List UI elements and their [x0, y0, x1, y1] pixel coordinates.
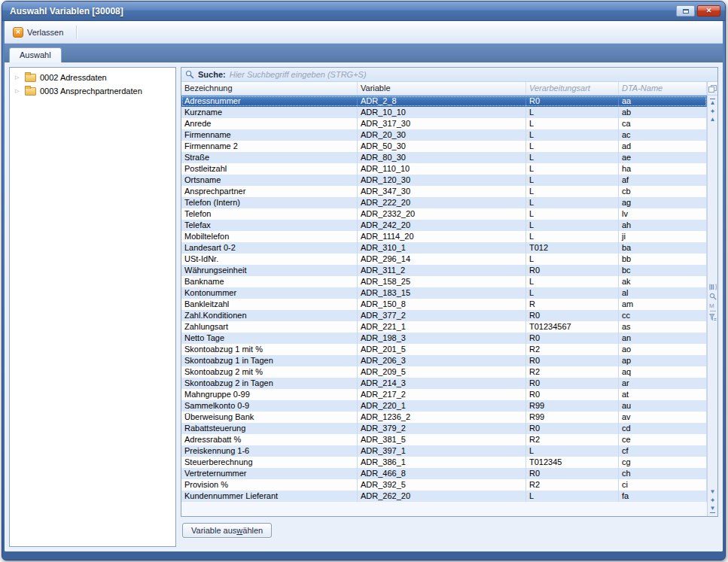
cell-dta-name: cf — [619, 445, 707, 457]
cell-bezeichnung: Ortsname — [181, 175, 358, 186]
table-row[interactable]: Ortsname ADR_120_30 L af — [181, 175, 707, 186]
cell-bezeichnung: Kundennummer Lieferant — [181, 491, 358, 502]
tree-item[interactable]: ▷ 0002 Adressdaten — [10, 71, 175, 84]
table-row[interactable]: Ansprechpartner ADR_347_30 L cb — [181, 186, 707, 197]
cell-dta-name: cb — [619, 186, 707, 197]
table-row[interactable]: Bankname ADR_158_25 L ak — [181, 276, 707, 287]
table-row[interactable]: Kontonummer ADR_183_15 L al — [181, 287, 707, 299]
table-row[interactable]: Postleitzahl ADR_110_10 L ha — [181, 163, 707, 175]
cell-dta-name: fa — [619, 491, 707, 502]
table-row[interactable]: Landesart 0-2 ADR_310_1 T012 ba — [181, 242, 707, 254]
cell-verarbeitungsart: L — [526, 175, 619, 186]
table-row[interactable]: Kundennummer Lieferant ADR_262_20 L fa — [181, 491, 707, 502]
cell-dta-name: aq — [619, 366, 707, 378]
scroll-marker-bottom-icon[interactable]: ✦ — [710, 497, 716, 503]
table-row[interactable]: USt-IdNr. ADR_296_14 L bb — [181, 254, 707, 265]
expander-icon[interactable]: ▷ — [15, 88, 21, 94]
table-row[interactable]: Straße ADR_80_30 L ae — [181, 152, 707, 163]
close-button[interactable]: ✕ — [697, 5, 720, 17]
scroll-down-icon[interactable]: ▼ — [710, 489, 716, 495]
folder-icon — [25, 87, 36, 96]
table-row[interactable]: Telefon ADR_2332_20 L lv — [181, 208, 707, 220]
table-row[interactable]: Adressnummer ADR_2_8 R0 aa — [181, 96, 707, 107]
folder-icon — [25, 74, 36, 82]
table-row[interactable]: Skontoabzug 1 mit % ADR_201_5 R2 ao — [181, 344, 707, 355]
table-row[interactable]: Skontoabzug 2 mit % ADR_209_5 R2 aq — [181, 366, 707, 378]
table-row[interactable]: Mobiltelefon ADR_1114_20 L ji — [181, 231, 707, 242]
cell-dta-name: ci — [619, 479, 707, 491]
table-row[interactable]: Telefax ADR_242_20 L ah — [181, 220, 707, 231]
cell-variable: ADR_50_30 — [358, 141, 526, 152]
table-row[interactable]: Firmenname 2 ADR_50_30 L ad — [181, 141, 707, 152]
column-header-verarbeitungsart[interactable]: Verarbeitungsart — [526, 82, 619, 95]
cell-bezeichnung: Netto Tage — [181, 333, 358, 344]
table-row[interactable]: Skontoabzug 1 in Tagen ADR_206_3 R0 ap — [181, 355, 707, 366]
scroll-marker-top-icon[interactable]: ✦ — [710, 108, 716, 114]
cell-bezeichnung: Adressrabatt % — [181, 434, 358, 445]
search-icon — [185, 70, 194, 79]
table-row[interactable]: Anrede ADR_317_30 L ca — [181, 118, 707, 129]
scroll-to-bottom-icon[interactable]: ▼ — [710, 506, 716, 513]
table-row[interactable]: Adressrabatt % ADR_381_5 R2 ce — [181, 434, 707, 445]
band-columns-icon[interactable] — [709, 284, 717, 290]
table-row[interactable]: Provision % ADR_392_5 R2 ci — [181, 479, 707, 491]
titlebar[interactable]: Auswahl Variablen [30008] ✕ — [2, 2, 725, 21]
table-row[interactable]: Bankleitzahl ADR_150_8 R am — [181, 299, 707, 310]
table-row[interactable]: Kurzname ADR_10_10 L ab — [181, 107, 707, 118]
table-row[interactable]: Steuerberechnung ADR_386_1 T012345 cg — [181, 457, 707, 468]
scroll-to-top-icon[interactable]: ▲ — [710, 99, 716, 106]
cell-variable: ADR_214_3 — [358, 378, 526, 389]
marker-icon[interactable]: M — [709, 302, 717, 308]
strip-divider — [710, 311, 716, 311]
zoom-icon[interactable] — [709, 293, 717, 300]
category-tree: ▷ 0002 Adressdaten ▷ 0003 Ansprechpartne… — [9, 67, 176, 547]
table-row[interactable]: Mahngruppe 0-99 ADR_217_2 R0 at — [181, 389, 707, 400]
column-header-bezeichnung[interactable]: Bezeichnung — [181, 82, 358, 95]
table-row[interactable]: Zahl.Konditionen ADR_377_2 R0 cc — [181, 310, 707, 321]
cell-bezeichnung: Sammelkonto 0-9 — [181, 400, 358, 412]
table-row[interactable]: Währungseinheit ADR_311_2 R0 bc — [181, 265, 707, 276]
cell-variable: ADR_20_30 — [358, 129, 526, 141]
table-row[interactable]: Rabattsteuerung ADR_379_2 R0 cd — [181, 423, 707, 434]
table-row[interactable]: Netto Tage ADR_198_3 R0 an — [181, 333, 707, 344]
column-header-dta-name[interactable]: DTA-Name — [619, 82, 707, 95]
scroll-up-icon[interactable]: ▲ — [710, 117, 716, 123]
grid-scrollbar[interactable]: ▲ ✦ ▲ — [707, 82, 717, 516]
restore-button[interactable] — [676, 5, 695, 17]
select-variable-label-suffix: ählen — [242, 526, 263, 535]
table-row[interactable]: Firmenname ADR_20_30 L ac — [181, 129, 707, 141]
dialog-window: Auswahl Variablen [30008] ✕ ✕ Verlassen … — [2, 1, 726, 560]
table-row[interactable]: Zahlungsart ADR_221_1 T01234567 as — [181, 321, 707, 333]
cell-verarbeitungsart: L — [526, 287, 619, 299]
table-row[interactable]: Telefon (Intern) ADR_222_20 L ag — [181, 197, 707, 208]
table-row[interactable]: Skontoabzug 2 in Tagen ADR_214_3 R0 ar — [181, 378, 707, 389]
cell-dta-name: an — [619, 333, 707, 344]
cell-verarbeitungsart: T01234567 — [526, 321, 619, 333]
tab-auswahl[interactable]: Auswahl — [9, 47, 62, 62]
table-row[interactable]: Preiskennung 1-6 ADR_397_1 L cf — [181, 445, 707, 457]
tree-item[interactable]: ▷ 0003 Ansprechpartnerdaten — [10, 84, 175, 98]
cell-variable: ADR_466_8 — [358, 468, 526, 479]
cell-variable: ADR_120_30 — [358, 175, 526, 186]
cell-verarbeitungsart: L — [526, 445, 619, 457]
cell-dta-name: ca — [619, 118, 707, 129]
column-header-variable[interactable]: Variable — [358, 82, 526, 95]
table-row[interactable]: Vertreternummer ADR_466_8 R0 ch — [181, 468, 707, 479]
cell-verarbeitungsart: R0 — [526, 423, 619, 434]
cell-bezeichnung: Kurzname — [181, 107, 358, 118]
toolbar-separator — [76, 26, 77, 39]
cell-verarbeitungsart: R0 — [526, 378, 619, 389]
cell-dta-name: cc — [619, 310, 707, 321]
filter-icon[interactable] — [709, 314, 717, 321]
cell-dta-name: cg — [619, 457, 707, 468]
column-chooser-button[interactable] — [708, 82, 717, 96]
search-input[interactable]: Suche: Hier Suchbegriff eingeben (STRG+S… — [181, 68, 717, 82]
table-row[interactable]: Überweisung Bank ADR_1236_2 R99 av — [181, 412, 707, 423]
select-variable-button[interactable]: Variable auswählen — [182, 523, 272, 538]
expander-icon[interactable]: ▷ — [15, 74, 21, 81]
cell-bezeichnung: Mahngruppe 0-99 — [181, 389, 358, 400]
exit-button[interactable]: ✕ Verlassen — [9, 25, 70, 40]
table-row[interactable]: Sammelkonto 0-9 ADR_220_1 R99 au — [181, 400, 707, 412]
cell-verarbeitungsart: T012345 — [526, 457, 619, 468]
cell-bezeichnung: Firmenname 2 — [181, 141, 358, 152]
